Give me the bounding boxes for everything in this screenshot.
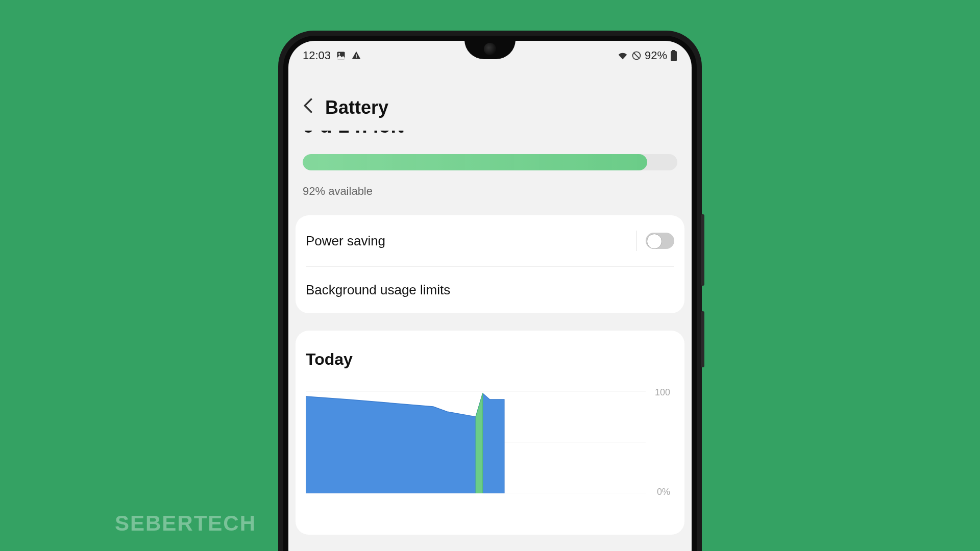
status-battery-percent: 92% <box>645 49 667 62</box>
svg-line-5 <box>633 53 640 59</box>
phone-screen: 12:03 92% <box>288 41 692 551</box>
side-button-volume <box>701 214 704 286</box>
side-button-power <box>701 311 704 367</box>
time-left-text: 0 d 1 h left <box>288 131 692 142</box>
svg-rect-3 <box>356 57 357 58</box>
svg-point-1 <box>338 53 340 55</box>
watermark-text: SEBERTECH <box>115 511 256 536</box>
battery-progress-fill <box>303 154 647 170</box>
switch-divider <box>636 231 636 251</box>
status-bar-right: 92% <box>617 49 677 62</box>
phone-inner-frame: 12:03 92% <box>283 36 697 551</box>
svg-rect-2 <box>356 55 357 57</box>
page-title: Battery <box>325 97 388 118</box>
battery-icon <box>670 50 677 61</box>
page-header: Battery <box>288 66 692 138</box>
battery-progress-track <box>303 154 677 170</box>
battery-available-text: 92% available <box>288 176 692 215</box>
background-limits-row[interactable]: Background usage limits <box>296 267 684 313</box>
power-saving-label: Power saving <box>306 233 385 249</box>
svg-rect-8 <box>672 53 676 60</box>
chart-series-battery <box>306 393 504 493</box>
do-not-disturb-icon <box>631 51 642 61</box>
status-bar-left: 12:03 <box>303 49 361 62</box>
warning-icon <box>351 51 361 61</box>
today-title: Today <box>306 350 674 369</box>
svg-rect-6 <box>672 50 675 51</box>
battery-progress-container <box>288 142 692 176</box>
chart-y-label-100: 100 <box>655 387 670 398</box>
chart-svg <box>306 391 646 493</box>
image-icon <box>336 51 346 61</box>
settings-card: Power saving Background usage limits <box>296 215 684 313</box>
power-saving-switch-wrap <box>636 231 674 251</box>
power-saving-toggle[interactable] <box>646 233 674 249</box>
wifi-icon <box>617 50 628 61</box>
chart-y-label-0: 0% <box>657 487 670 497</box>
power-saving-row[interactable]: Power saving <box>296 215 684 266</box>
background-limits-label: Background usage limits <box>306 282 450 298</box>
back-button[interactable] <box>303 97 314 118</box>
chart-series-charge <box>476 393 483 493</box>
today-card[interactable]: Today 100 0% <box>296 331 684 535</box>
status-time: 12:03 <box>303 49 331 62</box>
battery-usage-chart: 100 0% <box>306 391 646 493</box>
phone-frame: 12:03 92% <box>278 31 702 551</box>
